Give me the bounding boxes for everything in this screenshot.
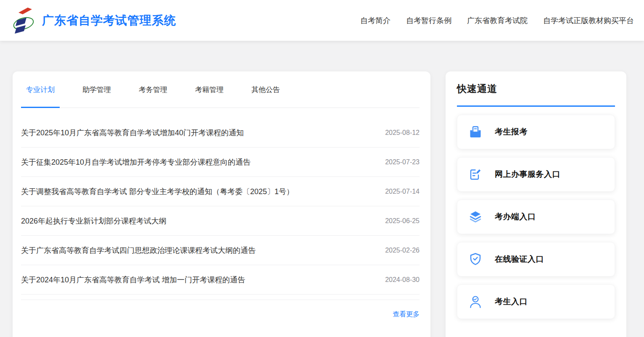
notice-title: 关于调整我省高等教育自学考试 部分专业主考学校的通知（粤考委〔2025〕1号）	[21, 187, 294, 197]
notice-date: 2025-07-14	[385, 188, 420, 195]
notice-row[interactable]: 2026年起执行专业新计划部分课程考试大纲 2025-06-25	[21, 206, 420, 236]
notice-date: 2024-08-30	[385, 276, 420, 284]
notice-date: 2025-07-23	[385, 158, 420, 166]
notice-title: 关于2025年10月广东省高等教育自学考试增加40门开考课程的通知	[21, 128, 244, 138]
notice-tabs: 专业计划 助学管理 考务管理 考籍管理 其他公告	[21, 71, 420, 108]
quick-item-label: 考生报考	[495, 126, 528, 137]
quick-access-title-underline	[457, 105, 615, 107]
user-icon	[469, 295, 482, 308]
main-area: 专业计划 助学管理 考务管理 考籍管理 其他公告 关于2025年10月广东省高等…	[0, 41, 644, 337]
list-end-divider	[21, 295, 420, 300]
nav-link-textbook-platform[interactable]: 自学考试正版教材购买平台	[543, 16, 634, 26]
tab-study-support[interactable]: 助学管理	[77, 71, 116, 108]
notice-row[interactable]: 关于征集2025年10月自学考试增加开考停考专业部分课程意向的通告 2025-0…	[21, 147, 420, 177]
brand: 广东省自学考试管理系统	[13, 7, 176, 34]
notice-row[interactable]: 关于调整我省高等教育自学考试 部分专业主考学校的通知（粤考委〔2025〕1号） …	[21, 177, 420, 206]
notice-date: 2025-08-12	[385, 129, 420, 137]
tab-major-plan[interactable]: 专业计划	[21, 71, 60, 108]
notice-date: 2025-02-26	[385, 247, 420, 254]
quick-item-label: 考办端入口	[495, 211, 536, 222]
notice-title: 关于征集2025年10月自学考试增加开考停考专业部分课程意向的通告	[21, 157, 251, 167]
tab-label: 考务管理	[139, 85, 167, 95]
top-nav: 自考简介 自考暂行条例 广东省教育考试院 自学考试正版教材购买平台	[360, 16, 634, 26]
shield-check-icon	[469, 253, 482, 266]
quick-item-label: 网上办事服务入口	[495, 169, 560, 180]
tab-exam-affairs[interactable]: 考务管理	[134, 71, 172, 108]
site-title: 广东省自学考试管理系统	[42, 13, 176, 29]
notice-panel: 专业计划 助学管理 考务管理 考籍管理 其他公告 关于2025年10月广东省高等…	[13, 71, 430, 337]
quick-item-label: 考生入口	[495, 296, 528, 307]
quick-access-title: 快速通道	[457, 82, 615, 95]
notice-row[interactable]: 关于2025年10月广东省高等教育自学考试增加40门开考课程的通知 2025-0…	[21, 118, 420, 147]
quick-item-exam-office-entrance[interactable]: 考办端入口	[457, 200, 615, 234]
tab-label: 专业计划	[26, 85, 55, 95]
nav-link-zikao-intro[interactable]: 自考简介	[360, 16, 391, 26]
notice-row[interactable]: 关于2024年10月广东省高等教育自学考试 增加一门开考课程的通告 2024-0…	[21, 265, 420, 295]
site-header: 广东省自学考试管理系统 自考简介 自考暂行条例 广东省教育考试院 自学考试正版教…	[0, 0, 644, 41]
quick-item-candidate-entrance[interactable]: 考生入口	[457, 284, 615, 319]
nav-link-provisional-regulations[interactable]: 自考暂行条例	[406, 16, 451, 26]
quick-item-online-service-entrance[interactable]: 网上办事服务入口	[457, 157, 615, 192]
notice-title: 关于2024年10月广东省高等教育自学考试 增加一门开考课程的通告	[21, 275, 245, 285]
notice-date: 2025-06-25	[385, 217, 420, 225]
nav-link-gd-education-exam-institute[interactable]: 广东省教育考试院	[467, 16, 528, 26]
quick-access-panel: 快速通道 考生报考 网上办事服务入口	[446, 71, 626, 337]
clipboard-edit-icon	[469, 168, 482, 181]
quick-item-candidate-registration[interactable]: 考生报考	[457, 115, 615, 149]
notice-list: 关于2025年10月广东省高等教育自学考试增加40门开考课程的通知 2025-0…	[21, 108, 420, 295]
tab-other-announcements[interactable]: 其他公告	[246, 71, 285, 108]
tab-label: 其他公告	[251, 85, 280, 95]
tab-label: 助学管理	[82, 85, 111, 95]
tab-label: 考籍管理	[195, 85, 224, 95]
notice-title: 2026年起执行专业新计划部分课程考试大纲	[21, 216, 166, 226]
notice-title: 关于广东省高等教育自学考试四门思想政治理论课课程考试大纲的通告	[21, 245, 256, 255]
inbox-icon	[469, 125, 482, 139]
layers-icon	[469, 210, 482, 224]
view-more-link[interactable]: 查看更多	[393, 310, 420, 319]
site-logo-icon	[13, 7, 34, 34]
quick-item-label: 在线验证入口	[495, 254, 544, 265]
tab-exam-registry[interactable]: 考籍管理	[190, 71, 229, 108]
notice-row[interactable]: 关于广东省高等教育自学考试四门思想政治理论课课程考试大纲的通告 2025-02-…	[21, 236, 420, 265]
quick-item-online-verification-entrance[interactable]: 在线验证入口	[457, 242, 615, 276]
view-more-row: 查看更多	[21, 300, 420, 319]
